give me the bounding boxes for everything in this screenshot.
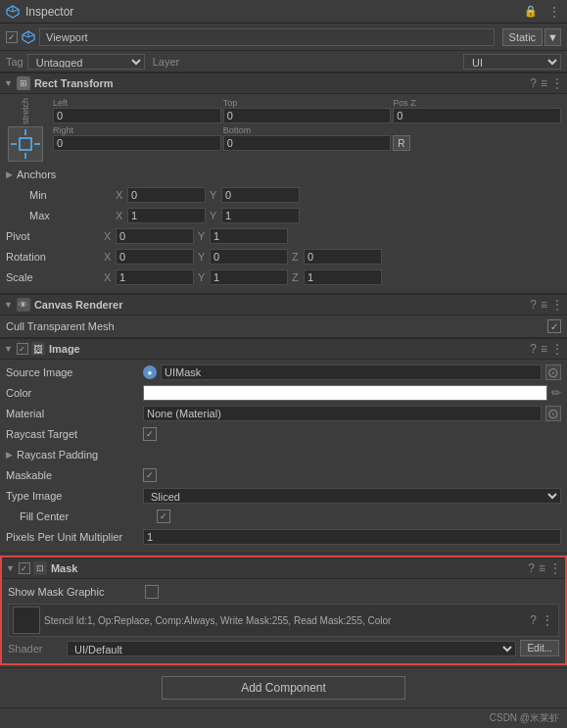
stretch-box[interactable]	[8, 126, 43, 162]
rect-settings-icon[interactable]: ≡	[541, 76, 547, 90]
stencil-menu-icon[interactable]: ⋮	[541, 612, 554, 628]
layer-label: Layer	[153, 56, 180, 68]
max-y-input[interactable]	[221, 208, 300, 223]
stencil-question-icon[interactable]: ?	[530, 613, 537, 627]
left-input[interactable]	[53, 108, 221, 123]
edit-button[interactable]: Edit...	[520, 640, 559, 656]
show-mask-graphic-checkbox[interactable]	[145, 585, 159, 599]
material-label: Material	[6, 408, 143, 419]
top-input[interactable]	[223, 108, 392, 123]
rot-y-label: Y	[198, 251, 208, 263]
lock-icon[interactable]: 🔒	[524, 5, 538, 18]
canvas-menu-icon[interactable]: ⋮	[551, 298, 563, 312]
rot-x-item: X	[104, 249, 194, 265]
material-input[interactable]	[143, 406, 542, 421]
mask-title: Mask	[51, 562, 528, 574]
fill-center-checkbox[interactable]	[157, 510, 170, 523]
right-input[interactable]	[53, 135, 221, 151]
mask-question-icon[interactable]: ?	[528, 561, 535, 575]
canvas-question-icon[interactable]: ?	[530, 298, 537, 312]
viewport-checkbox[interactable]	[6, 31, 18, 43]
shader-label: Shader	[8, 643, 67, 655]
tag-select[interactable]: Untagged	[27, 54, 145, 70]
title-bar: Inspector 🔒 ⋮	[0, 0, 567, 24]
mask-settings-icon[interactable]: ≡	[539, 561, 545, 575]
min-x-input[interactable]	[127, 187, 206, 203]
min-y-label: Y	[210, 189, 219, 201]
max-x-label: X	[116, 210, 125, 221]
stencil-desc: Stencil Id:1, Op:Replace, Comp:Always, W…	[44, 615, 530, 626]
material-value: ⊙	[143, 406, 561, 421]
pivot-y-input[interactable]	[210, 228, 288, 244]
max-xy: X Y	[116, 208, 561, 223]
bottom-input[interactable]	[223, 135, 392, 151]
rotation-label: Rotation	[6, 251, 104, 263]
image-type-select[interactable]: Sliced	[143, 488, 561, 504]
maskable-label: Maskable	[6, 469, 143, 481]
image-enable-checkbox[interactable]	[17, 343, 28, 355]
inspector-body: Viewport Static ▼ Tag Untagged Layer UI …	[0, 24, 567, 728]
color-row: Color ✏	[6, 384, 561, 402]
rect-question-icon[interactable]: ?	[530, 76, 537, 90]
mask-menu-icon[interactable]: ⋮	[549, 561, 561, 575]
scale-z-input[interactable]	[304, 269, 382, 285]
canvas-renderer-header[interactable]: ▼ 👁 Canvas Renderer ? ≡ ⋮	[0, 294, 567, 315]
anchors-section[interactable]: ▶ Anchors	[6, 166, 561, 183]
viewport-name: Viewport	[39, 28, 495, 46]
raycast-padding-label: Raycast Padding	[17, 449, 154, 461]
max-y-label: Y	[210, 210, 219, 221]
pivot-x-label: X	[104, 230, 114, 242]
min-y-input[interactable]	[221, 187, 300, 203]
viewport-row: Viewport Static ▼	[0, 24, 567, 51]
bottom-label: Bottom	[223, 125, 392, 135]
image-menu-icon[interactable]: ⋮	[551, 342, 563, 356]
mask-header[interactable]: ▼ ⊡ Mask ? ≡ ⋮	[2, 558, 565, 579]
rot-z-input[interactable]	[304, 249, 382, 265]
scale-z-label: Z	[292, 271, 302, 283]
add-component-button[interactable]: Add Component	[162, 676, 405, 700]
scale-x-item: X	[104, 269, 194, 285]
image-settings-icon[interactable]: ≡	[541, 342, 547, 356]
raycast-padding-arrow: ▶	[6, 450, 13, 460]
scale-x-label: X	[104, 271, 114, 283]
r-button[interactable]: R	[393, 135, 409, 151]
scale-z-item: Z	[292, 269, 382, 285]
scale-x-input[interactable]	[116, 269, 194, 285]
pivot-label: Pivot	[6, 230, 104, 242]
static-button[interactable]: Static	[502, 28, 543, 46]
pencil-icon[interactable]: ✏	[551, 386, 561, 400]
posz-input[interactable]	[393, 108, 561, 123]
menu-icon[interactable]: ⋮	[547, 4, 561, 20]
rot-z-item: Z	[292, 249, 382, 265]
material-dot-icon[interactable]: ⊙	[545, 406, 561, 421]
source-image-dot-icon[interactable]: ⊙	[545, 364, 561, 380]
image-question-icon[interactable]: ?	[530, 342, 537, 356]
maskable-checkbox[interactable]	[143, 468, 157, 482]
image-type-row: Type Image Sliced	[6, 487, 561, 505]
mask-enable-checkbox[interactable]	[19, 562, 30, 574]
layer-select[interactable]: UI	[463, 54, 561, 70]
rot-y-input[interactable]	[210, 249, 288, 265]
title-bar-title: Inspector	[25, 5, 518, 19]
rect-transform-header[interactable]: ▼ ⊞ Rect Transform ? ≡ ⋮	[0, 73, 567, 94]
source-image-input[interactable]	[161, 364, 542, 380]
pixels-per-unit-input[interactable]	[143, 529, 561, 545]
svg-line-2	[13, 9, 19, 12]
rect-menu-icon[interactable]: ⋮	[551, 76, 563, 90]
max-x-input[interactable]	[127, 208, 206, 223]
raycast-padding-row[interactable]: ▶ Raycast Padding	[6, 446, 561, 463]
color-swatch[interactable]	[143, 385, 547, 401]
scale-y-input[interactable]	[210, 269, 288, 285]
rot-z-label: Z	[292, 251, 302, 263]
rotation-xyz: X Y Z	[104, 249, 561, 265]
raycast-target-checkbox[interactable]	[143, 427, 157, 441]
image-header[interactable]: ▼ 🖼 Image ? ≡ ⋮	[0, 338, 567, 360]
static-dropdown-arrow[interactable]: ▼	[544, 28, 561, 46]
rot-x-input[interactable]	[116, 249, 194, 265]
canvas-settings-icon[interactable]: ≡	[541, 298, 547, 312]
pivot-x-input[interactable]	[116, 228, 194, 244]
max-x-item: X	[116, 208, 206, 223]
cull-checkbox[interactable]	[547, 319, 561, 333]
tag-layer-row: Tag Untagged Layer UI	[0, 51, 567, 73]
shader-dropdown[interactable]: UI/Default	[67, 641, 516, 656]
